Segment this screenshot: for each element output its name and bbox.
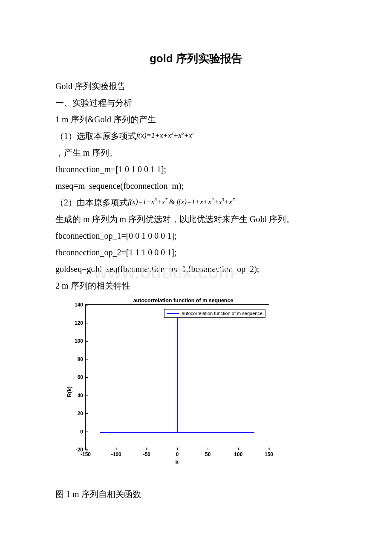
- chart-xtick: 0: [176, 450, 179, 457]
- text-line: Gold 序列实验报告: [55, 78, 337, 95]
- chart-xtick: -50: [143, 450, 150, 457]
- legend-label: autocorrelation function of m sequence: [182, 311, 262, 316]
- chart-xtick: -100: [111, 450, 121, 457]
- formula: f(x)=1+x3+x7: [128, 198, 167, 206]
- chart-ytick: 20: [78, 410, 86, 416]
- page-title: gold 序列实验报告: [55, 51, 337, 66]
- text-fragment: （2）由本原多项式: [55, 198, 128, 207]
- text-line: fbconnection_op_2=[1 1 1 0 0 0 1];: [55, 244, 337, 261]
- text-line: fbconnection_op_1=[0 0 1 0 0 0 1];: [55, 228, 337, 244]
- chart-ytick: 0: [80, 429, 86, 435]
- chart-legend: autocorrelation function of m sequence: [164, 309, 265, 318]
- text-line: （2）由本原多项式f(x)=1+x3+x7 & f(x)=1+x+x2+x3+x…: [55, 194, 337, 211]
- chart-ytick: 120: [75, 320, 86, 326]
- chart-xtick: 150: [265, 450, 273, 457]
- chart-xtick: 100: [234, 450, 242, 457]
- text-fragment: &: [167, 198, 177, 206]
- text-line: 1 m 序列&Gold 序列的产生: [55, 111, 337, 128]
- chart-ylabel: R(k): [66, 386, 72, 397]
- text-line: （1）选取本原多项式f(x)=1+x+x3+x6+x7: [55, 128, 337, 145]
- chart-series-line: [177, 317, 178, 433]
- chart-xlabel: k: [85, 459, 268, 465]
- chart-ytick: 60: [78, 374, 86, 380]
- legend-line-icon: [167, 313, 179, 314]
- figure-caption: 图 1 m 序列自相关函数: [55, 489, 337, 500]
- chart-ytick: 100: [75, 338, 86, 344]
- text-line: 一、实验过程与分析: [55, 95, 337, 111]
- chart-xtick: 50: [205, 450, 210, 457]
- chart-ytick: 140: [75, 302, 86, 308]
- text-line: 2 m 序列的相关特性: [55, 278, 337, 294]
- text-fragment: （1）选取本原多项式: [55, 131, 136, 141]
- text-line: 生成的 m 序列为 m 序列优选对，以此优选对来产生 Gold 序列。: [55, 211, 337, 228]
- formula: f(x)=1+x+x3+x6+x7: [136, 131, 194, 139]
- text-line: ，产生 m 序列。: [55, 145, 337, 161]
- formula: f(x)=1+x+x2+x3+x7: [176, 198, 234, 206]
- chart: autocorrelation function of m sequence R…: [60, 298, 337, 479]
- chart-ytick: 80: [78, 356, 86, 362]
- text-line: fbconnection_m=[1 0 1 0 0 1 1];: [55, 161, 337, 178]
- text-line: mseq=m_sequence(fbconnection_m);: [55, 178, 337, 194]
- chart-plot-area: autocorrelation function of m sequence -…: [85, 304, 269, 450]
- chart-xtick: -150: [81, 450, 91, 457]
- chart-title: autocorrelation function of m sequence: [81, 298, 285, 304]
- chart-ytick: 40: [78, 393, 86, 399]
- text-line: goldseq=gold_seq(fbconnection_op_1,fbcon…: [55, 261, 337, 278]
